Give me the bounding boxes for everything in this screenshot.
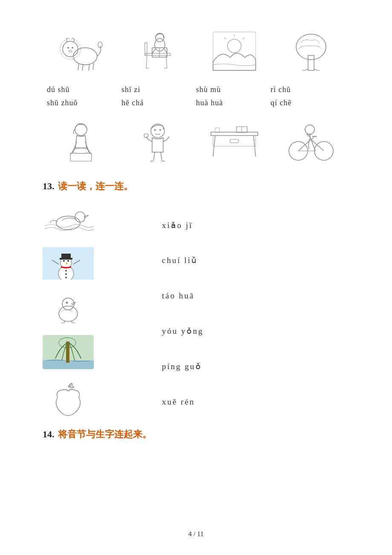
svg-line-67 bbox=[52, 260, 59, 264]
pinyin-shi-zi: shī zi bbox=[121, 85, 196, 94]
bottom-images-row bbox=[43, 116, 349, 167]
image-riding-bike bbox=[277, 116, 345, 167]
lion-icon bbox=[58, 30, 104, 72]
pinyin-hua-hua: huà huà bbox=[196, 98, 271, 107]
section13-header: 13. 读一读，连一连。 bbox=[43, 180, 349, 193]
svg-line-35 bbox=[153, 152, 155, 161]
pinyin-shu-mu: shù mù bbox=[196, 85, 271, 94]
match-pinyin-xue-ren: xuě rén bbox=[162, 392, 349, 412]
svg-point-27 bbox=[296, 34, 326, 60]
pinyin-shu-zhuo: shū zhuō bbox=[47, 98, 121, 107]
svg-point-57 bbox=[75, 212, 85, 222]
reading-icon bbox=[134, 30, 181, 72]
top-images-row bbox=[43, 26, 349, 77]
svg-point-63 bbox=[67, 260, 69, 262]
snowman-icon bbox=[43, 247, 94, 281]
tree-icon bbox=[288, 30, 334, 72]
section13-title: 读一读，连一连。 bbox=[58, 180, 133, 193]
girl-drawing-icon bbox=[58, 120, 104, 163]
match-image-willow bbox=[43, 335, 94, 369]
svg-rect-40 bbox=[213, 136, 256, 146]
pinyin-ri-chu: rì chū bbox=[271, 85, 345, 94]
image-desk bbox=[200, 116, 268, 167]
svg-rect-30 bbox=[70, 153, 92, 161]
section14-number: 14. bbox=[43, 429, 55, 440]
svg-point-32 bbox=[154, 129, 156, 131]
svg-line-10 bbox=[93, 63, 94, 70]
svg-point-4 bbox=[72, 47, 73, 49]
svg-point-29 bbox=[72, 148, 89, 153]
desk-icon bbox=[207, 120, 262, 163]
svg-point-3 bbox=[67, 47, 69, 49]
pinyin-row-2: shū zhuō hē chá huà huà qí chē bbox=[47, 98, 349, 107]
svg-point-33 bbox=[159, 129, 161, 131]
svg-point-0 bbox=[73, 48, 97, 65]
match-pinyin-xiao-ji: xiǎo jī bbox=[162, 216, 349, 235]
section14-title: 将音节与生字连起来。 bbox=[58, 428, 152, 441]
svg-point-22 bbox=[228, 39, 241, 53]
svg-rect-11 bbox=[145, 53, 170, 55]
match-image-chick bbox=[43, 291, 94, 325]
svg-point-55 bbox=[305, 125, 314, 134]
riding-bike-icon bbox=[288, 120, 334, 163]
svg-point-66 bbox=[65, 277, 67, 278]
image-girl-drawing bbox=[47, 116, 115, 167]
svg-line-7 bbox=[78, 63, 79, 70]
page-number: 4 / 11 bbox=[188, 530, 204, 538]
svg-rect-41 bbox=[230, 139, 239, 143]
image-boy-thinking bbox=[124, 116, 192, 167]
match-pinyin-chui-liu: chuí liǔ bbox=[162, 251, 349, 270]
svg-line-24 bbox=[243, 38, 245, 39]
match-section: xiǎo jī chuí liǔ táo huā yóu yǒng píng g… bbox=[43, 203, 349, 419]
svg-point-5 bbox=[69, 50, 72, 52]
pinyin-section: dú shū shī zi shù mù rì chū shū zhuō hē … bbox=[47, 85, 349, 107]
section14-header: 14. 将音节与生字连起来。 bbox=[43, 428, 349, 441]
match-image-snowman bbox=[43, 247, 94, 281]
duck-swimming-icon bbox=[43, 207, 94, 234]
match-image-apple bbox=[43, 383, 94, 417]
match-pinyin-list: xiǎo jī chuí liǔ táo huā yóu yǒng píng g… bbox=[162, 203, 349, 419]
svg-rect-26 bbox=[308, 55, 314, 70]
image-lion bbox=[47, 26, 115, 77]
chick-icon bbox=[47, 293, 89, 323]
match-pinyin-ping-guo: píng guǒ bbox=[162, 357, 349, 376]
match-pinyin-tao-hua: táo huā bbox=[162, 286, 349, 306]
svg-line-25 bbox=[224, 38, 226, 39]
svg-point-70 bbox=[59, 306, 78, 321]
svg-line-68 bbox=[73, 260, 80, 264]
apple-icon bbox=[49, 382, 87, 419]
svg-point-1 bbox=[63, 41, 78, 57]
match-image-duck bbox=[43, 203, 94, 237]
match-images bbox=[43, 203, 162, 419]
page: dú shū shī zi shù mù rì chū shū zhuō hē … bbox=[0, 0, 392, 555]
svg-line-9 bbox=[89, 64, 89, 71]
willow-icon bbox=[43, 335, 94, 369]
svg-point-72 bbox=[66, 302, 68, 304]
svg-line-36 bbox=[161, 152, 162, 161]
match-pinyin-you-yong: yóu yǒng bbox=[162, 321, 349, 341]
image-reading bbox=[124, 26, 192, 77]
svg-line-12 bbox=[146, 55, 147, 68]
svg-point-65 bbox=[65, 273, 67, 275]
section13-number: 13. bbox=[43, 181, 55, 192]
image-landscape bbox=[200, 26, 268, 77]
svg-rect-69 bbox=[43, 280, 94, 281]
pinyin-du-shu: dú shū bbox=[47, 85, 121, 94]
image-tree bbox=[277, 26, 345, 77]
svg-rect-16 bbox=[145, 43, 147, 55]
svg-point-2 bbox=[60, 39, 81, 59]
pinyin-row-1: dú shū shī zi shù mù rì chū bbox=[47, 85, 349, 94]
pinyin-he-cha: hē chá bbox=[121, 98, 196, 107]
svg-point-62 bbox=[63, 260, 65, 262]
svg-point-71 bbox=[62, 298, 74, 310]
svg-line-8 bbox=[82, 64, 83, 71]
boy-thinking-icon bbox=[134, 120, 181, 163]
landscape-icon bbox=[211, 30, 258, 72]
svg-line-53 bbox=[311, 137, 314, 139]
svg-point-64 bbox=[65, 270, 67, 272]
svg-rect-61 bbox=[60, 258, 72, 260]
pinyin-qi-che: qí chē bbox=[271, 98, 345, 107]
